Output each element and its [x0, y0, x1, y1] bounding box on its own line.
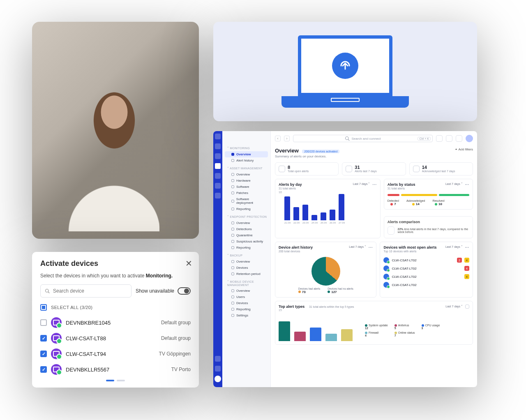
- sidebar-section[interactable]: MONITORING: [227, 147, 268, 150]
- card-alerts-by-status: Alerts by status 31 total alerts Last 7 …: [384, 179, 473, 210]
- card-top-alert-types: Top alert types 31 total alerts within t…: [275, 301, 473, 345]
- sidebar-item[interactable]: Software: [225, 184, 268, 190]
- sidebar-item[interactable]: Hardware: [225, 178, 268, 184]
- svg-point-2: [346, 137, 349, 140]
- rail-icon[interactable]: [215, 366, 221, 372]
- more-icon[interactable]: •••: [465, 183, 469, 186]
- rail-icon[interactable]: [215, 163, 221, 169]
- sidebar: MONITORING Overview Alert history ASSET …: [222, 131, 271, 387]
- sidebar-item[interactable]: Quarantine: [225, 232, 268, 238]
- sidebar-item[interactable]: Reporting: [225, 206, 268, 212]
- add-filters-button[interactable]: Add filters: [455, 148, 473, 151]
- range-select[interactable]: Last 7 days: [349, 245, 366, 249]
- rail-icon[interactable]: [215, 153, 221, 159]
- row-checkbox[interactable]: [40, 335, 47, 342]
- modal-description: Select the devices in which you want to …: [40, 273, 191, 279]
- modal-title: Activate devices: [40, 259, 191, 268]
- card-device-history: Device alert history 200 total devices L…: [275, 242, 376, 298]
- laptop-illustration: [213, 22, 477, 121]
- more-icon[interactable]: •••: [465, 246, 469, 249]
- range-select[interactable]: Last 7 days: [445, 305, 463, 308]
- rail-icon[interactable]: [215, 143, 221, 149]
- sidebar-section[interactable]: MOBILE DEVICE MANAGEMENT: [227, 280, 268, 286]
- left-rail: [213, 131, 222, 387]
- avatar[interactable]: [466, 135, 473, 142]
- select-all-label: SELECT ALL (3/20): [51, 305, 92, 310]
- rail-icon[interactable]: [215, 183, 221, 189]
- show-unavailable-label: Show unavailable: [136, 288, 174, 294]
- sidebar-item[interactable]: Overview: [225, 171, 268, 178]
- pager-dot[interactable]: [117, 380, 125, 381]
- sidebar-item[interactable]: Users: [225, 294, 268, 300]
- device-icon: [383, 274, 389, 279]
- select-all-checkbox[interactable]: [40, 304, 47, 311]
- nav-back-button[interactable]: ‹: [275, 136, 281, 141]
- sidebar-section[interactable]: ASSET MANAGEMENT: [227, 167, 268, 170]
- kpi-total-open: 8Total open alerts: [275, 162, 339, 175]
- list-item[interactable]: DEVNBKLLR5567 TV Porto: [40, 362, 191, 376]
- rail-icon[interactable]: [215, 356, 221, 362]
- table-row[interactable]: CLW-CSAT-LT024: [383, 264, 469, 272]
- calendar-icon: [413, 166, 420, 172]
- sidebar-item[interactable]: Devices: [225, 265, 268, 271]
- sidebar-item-alert-history[interactable]: Alert history: [225, 157, 268, 164]
- more-icon[interactable]: •••: [369, 246, 373, 249]
- range-select[interactable]: Last 7 days: [445, 182, 463, 186]
- pie-chart: [311, 257, 340, 286]
- sidebar-item[interactable]: Patches: [225, 190, 268, 196]
- bar-chart: [279, 316, 353, 341]
- sidebar-item[interactable]: Retention period: [225, 271, 268, 277]
- inbox-icon[interactable]: [436, 135, 443, 142]
- sidebar-item[interactable]: Detections: [225, 226, 268, 232]
- list-item[interactable]: CLW-CSAT-LT88 Default group: [40, 330, 191, 346]
- sidebar-item[interactable]: Software deployment: [225, 196, 268, 206]
- sidebar-item-overview[interactable]: Overview: [225, 151, 268, 157]
- clock-icon: [346, 166, 352, 172]
- rail-icon[interactable]: [215, 134, 221, 139]
- keyboard-hint: Ctrl + K: [418, 137, 431, 141]
- range-select[interactable]: Last 7 days: [445, 245, 463, 249]
- table-row[interactable]: CLW-CSAT-LT02: [383, 281, 469, 289]
- row-checkbox[interactable]: [40, 319, 47, 326]
- row-checkbox[interactable]: [40, 351, 47, 357]
- filter-icon[interactable]: [465, 305, 469, 309]
- global-search[interactable]: Search and connect Ctrl + K: [293, 135, 433, 142]
- help-icon[interactable]: [446, 135, 452, 142]
- search-icon: [345, 136, 350, 141]
- list-item[interactable]: CLW-CSAT-LT94 TV Göppingen: [40, 346, 191, 362]
- sidebar-section[interactable]: BACKUP: [227, 254, 268, 257]
- card-most-open-alerts: Devices with most open alerts Top 10 dev…: [380, 242, 473, 298]
- sidebar-item[interactable]: Overview: [225, 258, 268, 265]
- activate-devices-modal: Activate devices ✕ Select the devices in…: [32, 252, 199, 388]
- rail-icon[interactable]: [215, 173, 221, 179]
- close-icon[interactable]: ✕: [185, 258, 192, 268]
- sidebar-item[interactable]: Overview: [225, 288, 268, 294]
- table-row[interactable]: CLW-CSAT-LT024: [383, 272, 469, 281]
- hero-photo: [32, 22, 199, 239]
- device-icon: [51, 364, 62, 375]
- sidebar-item[interactable]: Devices: [225, 300, 268, 306]
- bell-icon[interactable]: [456, 135, 462, 142]
- rail-avatar[interactable]: [215, 376, 221, 382]
- row-checkbox[interactable]: [40, 366, 47, 373]
- table-row[interactable]: CLW-CSAT-LT0224: [383, 256, 469, 264]
- show-unavailable-toggle[interactable]: [178, 287, 191, 295]
- search-input[interactable]: [40, 284, 132, 298]
- sidebar-item[interactable]: Reporting: [225, 306, 268, 312]
- sidebar-item[interactable]: Overview: [225, 220, 268, 226]
- list-item[interactable]: DEVNBKBRE1045 Default group: [40, 315, 191, 330]
- sidebar-item[interactable]: Reporting: [225, 245, 268, 251]
- nav-forward-button[interactable]: ›: [284, 136, 290, 141]
- upload-circle-icon: [332, 53, 358, 79]
- sidebar-section[interactable]: ENDPOINT PROTECTION: [227, 215, 268, 219]
- range-select[interactable]: Last 7 days: [353, 182, 370, 186]
- more-icon[interactable]: •••: [373, 183, 377, 186]
- dashboard: ⊡ Remote Management MONITORING Overview …: [213, 131, 477, 387]
- sidebar-item[interactable]: Settings: [225, 312, 268, 318]
- page-title: Overview: [275, 148, 299, 154]
- card-alerts-comparison: Alerts comparison 22% less total alerts …: [384, 216, 473, 238]
- pager-dot[interactable]: [106, 380, 114, 381]
- rail-icon[interactable]: [215, 193, 221, 198]
- sidebar-item[interactable]: Suspicious activity: [225, 238, 268, 245]
- kpi-last-7: 31Alerts last 7 days: [342, 162, 406, 175]
